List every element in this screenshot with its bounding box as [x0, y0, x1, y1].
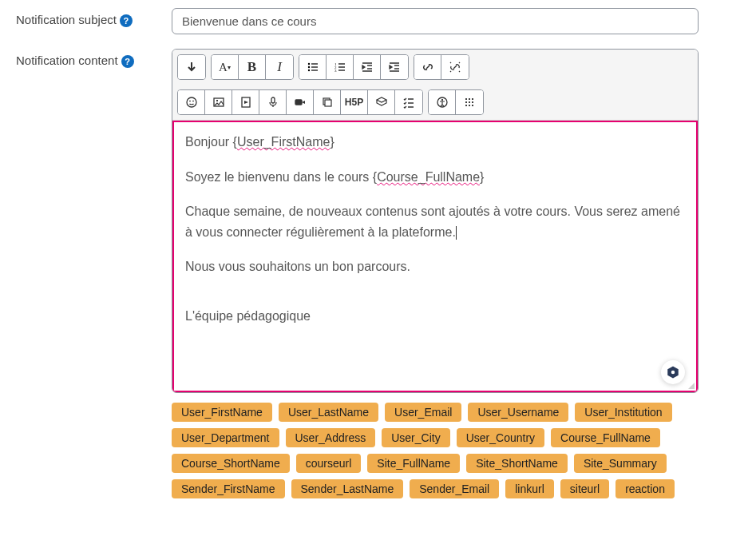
placeholder-tag[interactable]: Sender_FirstName [172, 479, 285, 498]
placeholder-tag[interactable]: User_City [382, 428, 449, 447]
svg-point-25 [469, 105, 470, 106]
emoji-button[interactable] [178, 90, 205, 114]
svg-text:3: 3 [334, 69, 337, 73]
subject-input[interactable] [172, 8, 699, 34]
assistant-icon[interactable] [661, 360, 685, 384]
link-button[interactable] [414, 55, 441, 79]
rich-text-editor: A▾ B I 123 [172, 49, 699, 393]
placeholder-tag[interactable]: User_Email [385, 403, 461, 422]
record-audio-button[interactable] [259, 90, 287, 114]
placeholder-tag[interactable]: User_Username [468, 403, 568, 422]
placeholder-tag[interactable]: Site_Summary [574, 454, 667, 473]
svg-point-27 [671, 371, 675, 375]
bullet-list-button[interactable] [299, 55, 327, 79]
numbered-list-button[interactable]: 123 [327, 55, 354, 79]
editor-text: L'équipe pédagogique [185, 306, 685, 327]
checklist-button[interactable] [395, 90, 422, 114]
svg-point-2 [307, 69, 309, 71]
placeholder-tags: User_FirstNameUser_LastNameUser_EmailUse… [172, 403, 699, 498]
bold-button[interactable]: B [239, 55, 266, 79]
svg-rect-15 [325, 100, 331, 106]
placeholder-tag[interactable]: courseurl [296, 454, 362, 473]
editor-text: Nous vous souhaitons un bon parcours. [185, 256, 685, 277]
editor-text: Bonjour { [185, 135, 237, 149]
help-icon[interactable]: ? [120, 14, 133, 27]
svg-point-10 [216, 100, 218, 101]
italic-button[interactable]: I [266, 55, 293, 79]
editor-text: Chaque semaine, de nouveaux contenus son… [185, 204, 680, 239]
placeholder-tag[interactable]: User_Country [457, 428, 544, 447]
placeholder-tag[interactable]: Course_FullName [551, 428, 660, 447]
image-button[interactable] [205, 90, 232, 114]
svg-point-1 [307, 66, 309, 68]
screenreader-helper-button[interactable] [456, 90, 483, 114]
content-label: Notification content [16, 54, 118, 67]
manage-files-button[interactable] [314, 90, 341, 114]
svg-point-19 [469, 98, 470, 100]
svg-rect-12 [271, 97, 275, 103]
placeholder-tag[interactable]: linkurl [505, 479, 554, 498]
placeholder-tag[interactable]: Sender_Email [410, 479, 499, 498]
svg-point-22 [469, 101, 470, 103]
placeholder-tag[interactable]: reaction [615, 479, 675, 498]
svg-point-8 [192, 101, 194, 102]
help-icon[interactable]: ? [121, 55, 134, 68]
editor-text: Soyez le bienvenu dans le cours { [185, 170, 377, 184]
svg-point-24 [465, 105, 467, 106]
svg-point-20 [472, 98, 473, 100]
placeholder-tag[interactable]: User_Address [286, 428, 376, 447]
embed-button[interactable] [368, 90, 395, 114]
svg-point-17 [441, 99, 443, 101]
placeholder-tag[interactable]: Site_ShortName [466, 454, 568, 473]
unlink-button[interactable] [441, 55, 469, 79]
placeholder-tag[interactable]: Sender_LastName [291, 479, 404, 498]
outdent-button[interactable] [354, 55, 381, 79]
template-variable: Course_FullName [377, 170, 480, 184]
template-variable: User_FirstName [237, 135, 330, 149]
resize-handle[interactable] [685, 379, 696, 391]
svg-point-18 [465, 98, 467, 100]
svg-point-7 [189, 101, 191, 102]
subject-label: Notification subject [16, 13, 117, 26]
h5p-button[interactable]: H5P [341, 90, 368, 114]
editor-content-area[interactable]: Bonjour {User_FirstName} Soyez le bienve… [172, 121, 698, 392]
toggle-toolbar-button[interactable] [178, 55, 205, 79]
placeholder-tag[interactable]: User_Institution [575, 403, 671, 422]
placeholder-tag[interactable]: User_LastName [279, 403, 378, 422]
paragraph-style-button[interactable]: A▾ [212, 55, 239, 79]
editor-text: } [330, 135, 334, 149]
placeholder-tag[interactable]: User_FirstName [172, 403, 272, 422]
record-video-button[interactable] [287, 90, 314, 114]
placeholder-tag[interactable]: Course_ShortName [172, 454, 290, 473]
svg-point-6 [187, 97, 196, 107]
svg-point-23 [472, 101, 473, 103]
placeholder-tag[interactable]: Site_FullName [367, 454, 460, 473]
svg-point-26 [472, 105, 473, 106]
accessibility-button[interactable] [429, 90, 456, 114]
svg-point-21 [465, 101, 467, 103]
svg-point-0 [307, 63, 309, 65]
placeholder-tag[interactable]: siteurl [560, 479, 609, 498]
indent-button[interactable] [381, 55, 408, 79]
placeholder-tag[interactable]: User_Department [172, 428, 279, 447]
svg-rect-13 [295, 100, 302, 105]
media-button[interactable] [232, 90, 259, 114]
editor-text: } [480, 170, 484, 184]
text-cursor [456, 226, 457, 240]
editor-toolbar: A▾ B I 123 [172, 50, 698, 121]
